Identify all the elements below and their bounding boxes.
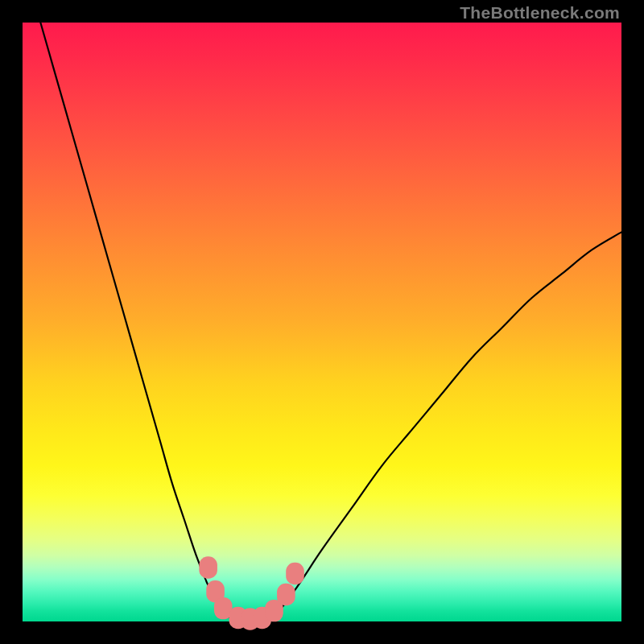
plot-area [23,23,621,621]
trough-marker [277,584,295,605]
trough-markers [199,556,303,630]
trough-marker [286,563,304,584]
chart-frame: TheBottleneck.com [0,0,644,644]
curve-layer [23,23,621,621]
watermark-text: TheBottleneck.com [460,3,620,23]
bottleneck-curve [40,23,621,622]
trough-marker [199,556,217,578]
